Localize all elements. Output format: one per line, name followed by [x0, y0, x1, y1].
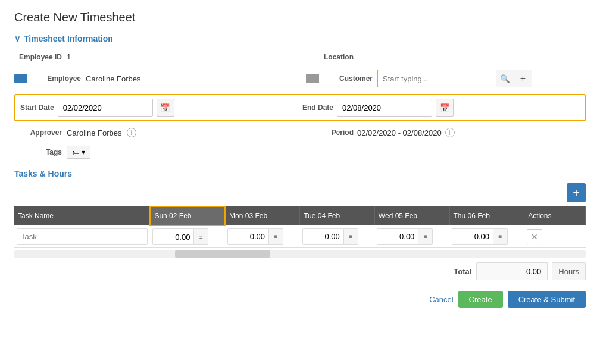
period-info-icon[interactable]: i: [445, 128, 455, 137]
period-label: Period: [306, 128, 354, 137]
col-header-thu: Thu 06 Feb: [449, 206, 524, 225]
cancel-button[interactable]: Cancel: [429, 291, 453, 308]
sun-hours-menu-button[interactable]: ≡: [194, 228, 208, 245]
customer-add-button[interactable]: +: [514, 70, 532, 87]
timesheet-table: Task Name Sun 02 Feb Mon 03 Feb Tue 04 F…: [14, 206, 586, 248]
tags-row: Tags 🏷 ▾: [14, 144, 586, 161]
page-title: Create New Timesheet: [14, 11, 586, 24]
thu-hours-menu-button[interactable]: ≡: [493, 228, 508, 245]
tue-hours-menu-button[interactable]: ≡: [344, 228, 358, 245]
wed-hours-input[interactable]: [377, 228, 418, 245]
employee-icon: [14, 74, 27, 83]
sun-hours-input[interactable]: [152, 228, 194, 245]
end-date-input[interactable]: [337, 99, 432, 117]
start-date-input[interactable]: [58, 99, 153, 117]
col-header-wed: Wed 05 Feb: [374, 206, 449, 225]
delete-icon: ✕: [531, 232, 538, 241]
employee-id-value: 1: [67, 52, 71, 61]
total-label: Total: [454, 267, 471, 276]
customer-search-button[interactable]: 🔍: [496, 70, 514, 87]
start-date-field: Start Date 📅: [20, 99, 298, 117]
add-row-button[interactable]: +: [567, 183, 586, 202]
mon-hours-menu-button[interactable]: ≡: [269, 228, 283, 245]
total-unit: Hours: [552, 262, 586, 280]
customer-row: Customer 🔍 +: [306, 68, 586, 89]
form-top-grid: Employee ID 1 Location: [14, 51, 586, 63]
start-date-label: Start Date: [20, 103, 54, 112]
approver-info-icon[interactable]: i: [127, 128, 136, 137]
tag-icon: 🏷: [72, 148, 79, 156]
customer-input-wrap: 🔍 +: [377, 70, 532, 87]
col-header-sun: Sun 02 Feb: [150, 206, 225, 225]
task-cell: [14, 225, 150, 248]
create-submit-button[interactable]: Create & Submit: [508, 291, 586, 308]
menu-icon-wed: ≡: [424, 233, 427, 240]
add-row-icon: +: [573, 187, 580, 199]
thu-hours-input[interactable]: [452, 228, 493, 245]
tasks-section-title: Tasks & Hours: [14, 169, 586, 178]
approver-value: Caroline Forbes: [67, 128, 122, 137]
footer-buttons: Cancel Create Create & Submit: [14, 288, 586, 308]
wed-hours-wrap: ≡: [377, 228, 447, 245]
menu-icon-mon: ≡: [274, 233, 278, 240]
chevron-down-icon: ▾: [82, 148, 85, 156]
scrollbar-thumb: [175, 250, 270, 258]
delete-row-button[interactable]: ✕: [527, 229, 542, 244]
approver-period-grid: Approver Caroline Forbes i Period 02/02/…: [14, 126, 586, 139]
employee-label: Employee: [33, 74, 81, 83]
calendar-icon-end: 📅: [440, 103, 450, 112]
table-row: ≡ ≡: [14, 225, 586, 248]
approver-label: Approver: [14, 128, 62, 137]
menu-icon-thu: ≡: [499, 233, 502, 240]
period-value: 02/02/2020 - 02/08/2020: [357, 128, 442, 137]
employee-row: Employee Caroline Forbes: [14, 68, 294, 89]
plus-icon: +: [520, 73, 526, 84]
end-date-field: End Date 📅: [302, 99, 580, 117]
tue-cell: ≡: [300, 225, 375, 248]
tue-hours-wrap: ≡: [302, 228, 373, 245]
total-input: [476, 262, 548, 280]
form-employee-customer: Employee Caroline Forbes Customer 🔍 +: [14, 68, 586, 89]
customer-input[interactable]: [377, 70, 496, 87]
customer-label: Customer: [325, 74, 373, 83]
approver-row: Approver Caroline Forbes i: [14, 126, 294, 139]
employee-id-label: Employee ID: [14, 53, 62, 61]
wed-cell: ≡: [374, 225, 449, 248]
actions-cell: ✕: [524, 225, 586, 248]
calendar-icon: 📅: [160, 103, 170, 112]
section-label: Timesheet Information: [24, 34, 113, 43]
tue-hours-input[interactable]: [302, 228, 344, 245]
menu-icon-tue: ≡: [349, 233, 352, 240]
building-icon: [306, 74, 319, 83]
employee-value: Caroline Forbes: [86, 74, 141, 83]
employee-id-row: Employee ID 1: [14, 51, 294, 63]
sun-cell: ≡: [150, 225, 225, 248]
end-date-label: End Date: [302, 103, 333, 112]
section-toggle[interactable]: ∨ Timesheet Information: [14, 34, 586, 43]
task-input[interactable]: [17, 228, 148, 245]
thu-hours-wrap: ≡: [452, 228, 522, 245]
page-container: Create New Timesheet ∨ Timesheet Informa…: [0, 0, 600, 319]
total-row: Total Hours: [14, 262, 586, 280]
wed-hours-menu-button[interactable]: ≡: [418, 228, 433, 245]
col-header-tue: Tue 04 Feb: [300, 206, 375, 225]
date-group: Start Date 📅 End Date 📅: [14, 94, 586, 121]
mon-cell: ≡: [225, 225, 300, 248]
mon-hours-wrap: ≡: [227, 228, 298, 245]
col-header-task: Task Name: [14, 206, 150, 225]
start-date-calendar-button[interactable]: 📅: [157, 99, 174, 117]
mon-hours-input[interactable]: [227, 228, 269, 245]
timesheet-section: ∨ Timesheet Information Employee ID 1 Lo…: [14, 34, 586, 161]
menu-icon: ≡: [199, 234, 203, 240]
tags-button[interactable]: 🏷 ▾: [67, 146, 90, 159]
tags-label: Tags: [14, 148, 62, 156]
sun-hours-wrap: ≡: [152, 228, 223, 245]
location-label: Location: [306, 53, 354, 61]
end-date-calendar-button[interactable]: 📅: [436, 99, 454, 117]
horizontal-scrollbar[interactable]: [14, 250, 586, 258]
thu-cell: ≡: [449, 225, 524, 248]
table-header-wrap: +: [14, 183, 586, 202]
col-header-actions: Actions: [524, 206, 586, 225]
create-button[interactable]: Create: [458, 291, 503, 308]
table-header-row: Task Name Sun 02 Feb Mon 03 Feb Tue 04 F…: [14, 206, 586, 225]
